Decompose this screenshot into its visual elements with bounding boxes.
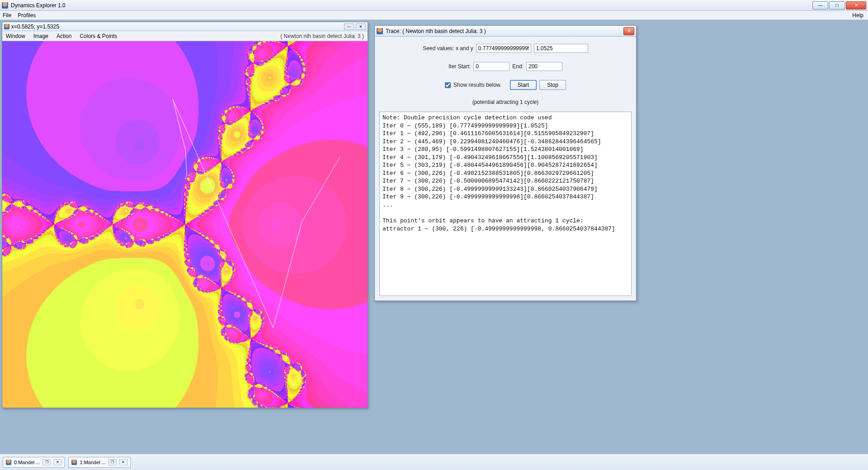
main-menubar: File Profiles Help <box>0 11 868 20</box>
java-icon <box>71 460 77 465</box>
task-item-0[interactable]: 0:Mandel ... ❐ ✕ <box>3 457 65 468</box>
task-close-icon[interactable]: ✕ <box>119 459 127 465</box>
minimize-button[interactable]: — <box>812 1 828 9</box>
menu-help[interactable]: Help <box>852 12 863 19</box>
menu-profiles[interactable]: Profiles <box>18 12 36 19</box>
task-restore-icon[interactable]: ❐ <box>42 459 51 465</box>
fractal-frame-titlebar[interactable]: x=0.5825; y=1.5325 — ✕ <box>2 22 368 31</box>
fractal-menubar: Window Image Action Colors & Points ( Ne… <box>2 31 368 41</box>
seed-x-input[interactable] <box>476 44 531 53</box>
fractal-frame: x=0.5825; y=1.5325 — ✕ Window Image Acti… <box>2 22 368 408</box>
trace-titlebar[interactable]: Trace: ( Newton nth basin detect Julia: … <box>375 26 636 37</box>
trace-frame: Trace: ( Newton nth basin detect Julia: … <box>374 25 637 301</box>
start-button[interactable]: Start <box>510 80 537 90</box>
fractal-canvas[interactable] <box>2 41 368 408</box>
java-icon <box>6 460 11 465</box>
menu-file[interactable]: File <box>3 12 11 19</box>
iter-start-label: Iter Start: <box>448 63 471 70</box>
task-item-label: 1:Mandel ... <box>80 460 105 465</box>
close-button[interactable]: ✕ <box>846 1 866 9</box>
show-results-label: Show results below. <box>453 82 501 88</box>
main-titlebar: Dynamics Explorer 1.0 — □ ✕ <box>0 0 868 11</box>
show-results-checkbox[interactable] <box>445 82 451 88</box>
seed-y-input[interactable] <box>534 44 588 53</box>
iframe-minimize-button[interactable]: — <box>344 24 354 30</box>
task-item-1[interactable]: 1:Mandel ... ❐ ✕ <box>68 457 130 468</box>
maximize-button[interactable]: □ <box>829 1 845 9</box>
menu-window[interactable]: Window <box>6 33 25 39</box>
menu-image[interactable]: Image <box>33 33 48 39</box>
trace-title-label: Trace: ( Newton nth basin detect Julia: … <box>386 28 486 34</box>
menu-action[interactable]: Action <box>57 33 71 39</box>
seed-label: Seed values: x and y <box>423 45 473 52</box>
cycle-note-label: (potential attracting 1 cycle) <box>379 99 632 105</box>
task-restore-icon[interactable]: ❐ <box>108 459 117 465</box>
java-icon <box>4 24 9 29</box>
iframe-close-button[interactable]: ✕ <box>356 24 366 30</box>
task-item-label: 0:Mandel ... <box>14 460 40 465</box>
java-icon <box>377 28 383 34</box>
fractal-name-label: ( Newton nth basin detect Julia: 3 ) <box>280 33 364 39</box>
results-textarea[interactable]: Note: Double precision cycle detection c… <box>379 112 632 296</box>
task-close-icon[interactable]: ✕ <box>53 459 61 465</box>
iter-end-input[interactable] <box>526 62 562 71</box>
mdi-workspace: x=0.5825; y=1.5325 — ✕ Window Image Acti… <box>0 20 868 454</box>
app-icon <box>2 2 8 9</box>
menu-colors-points[interactable]: Colors & Points <box>80 33 117 39</box>
trace-close-button[interactable]: ✕ <box>623 27 634 35</box>
stop-button[interactable]: Stop <box>539 80 566 90</box>
iter-start-input[interactable] <box>473 62 509 71</box>
iter-end-label: End: <box>512 63 524 70</box>
mdi-taskbar: 0:Mandel ... ❐ ✕ 1:Mandel ... ❐ ✕ <box>0 454 868 470</box>
fractal-coords-label: x=0.5825; y=1.5325 <box>11 24 59 30</box>
app-title: Dynamics Explorer 1.0 <box>11 2 66 9</box>
